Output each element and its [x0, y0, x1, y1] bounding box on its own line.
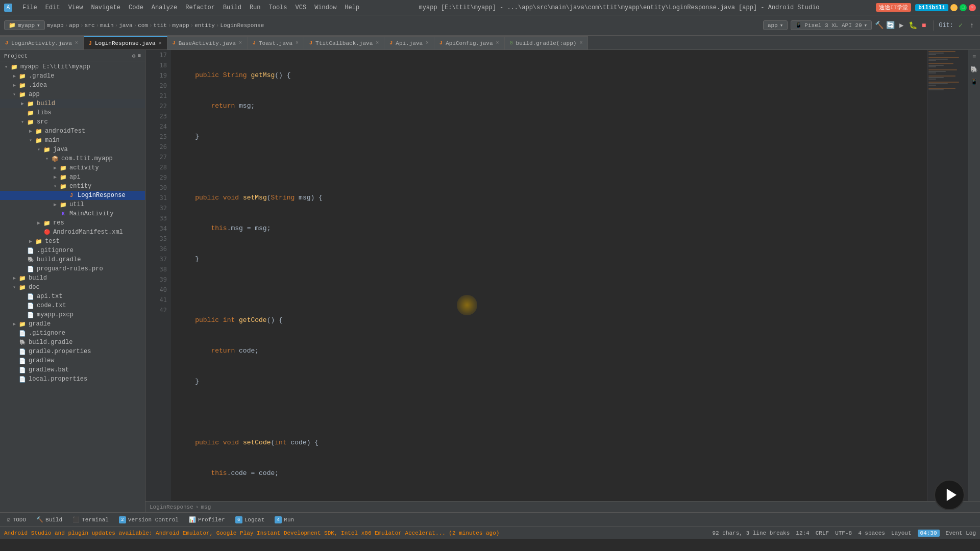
make-button[interactable]: 🔨 [875, 21, 883, 30]
tab-close-button[interactable]: × [426, 40, 429, 46]
menu-build[interactable]: Build [220, 3, 244, 12]
charset[interactable]: UTF-8 [835, 530, 852, 536]
tree-item-myapp[interactable]: ▾ 📁 myapp E:\ttit\myapp [0, 62, 145, 71]
tab-close-button[interactable]: × [239, 40, 242, 46]
code-content[interactable]: public String getMsg() { return msg; } p… [171, 50, 927, 501]
tab-run[interactable]: 4 Run [272, 515, 297, 524]
tree-item-activity[interactable]: ▶ 📁 activity [0, 163, 145, 172]
tab-close-button[interactable]: × [296, 40, 299, 46]
tree-item-gradle-properties[interactable]: 📄 gradle.properties [0, 347, 145, 356]
menu-analyze[interactable]: Analyze [149, 3, 180, 12]
tab-version-control[interactable]: 2 Version Control [116, 515, 182, 524]
tree-item-buildgradle-app[interactable]: 🐘 build.gradle [0, 255, 145, 264]
tab-toast[interactable]: J Toast.java × [248, 36, 304, 49]
line-ending[interactable]: CRLF [816, 530, 829, 536]
tab-baseactivity[interactable]: J BaseActivity.java × [167, 36, 248, 49]
tree-item-util[interactable]: ▶ 📁 util [0, 200, 145, 209]
tab-buildgradle[interactable]: G build.gradle(:app) × [505, 36, 589, 49]
breadcrumb-app[interactable]: app [69, 22, 79, 29]
menu-navigate[interactable]: Navigate [88, 3, 124, 12]
run-with-coverage[interactable]: ▶ [897, 21, 905, 30]
tree-item-build-app[interactable]: ▶ 📁 build [0, 99, 145, 108]
menu-run[interactable]: Run [247, 3, 264, 12]
menu-vcs[interactable]: VCS [292, 3, 310, 12]
tree-item-gitignore-app[interactable]: 📄 .gitignore [0, 246, 145, 255]
tab-close-button[interactable]: × [376, 40, 379, 46]
tree-item-idea[interactable]: ▶ 📁 .idea [0, 81, 145, 90]
tree-item-buildgradle-root[interactable]: 🐘 build.gradle [0, 338, 145, 347]
minimize-button[interactable]: – [950, 4, 958, 11]
tree-item-package[interactable]: ▾ 📦 com.ttit.myapp [0, 154, 145, 163]
tree-item-java[interactable]: ▾ 📁 java [0, 145, 145, 154]
tree-item-gradlew[interactable]: 📄 gradlew [0, 356, 145, 365]
tree-item-codetxt[interactable]: 📄 code.txt [0, 301, 145, 310]
tab-todo[interactable]: ☑ TODO [4, 515, 29, 524]
tree-item-gradle[interactable]: ▶ 📁 .gradle [0, 71, 145, 81]
menu-tools[interactable]: Tools [266, 3, 290, 12]
tree-item-myapppxcp[interactable]: 📄 myapp.pxcp [0, 310, 145, 319]
close-button[interactable]: × [969, 4, 976, 11]
stop-button[interactable]: ■ [920, 21, 928, 30]
tab-api[interactable]: J Api.java × [384, 36, 434, 49]
project-selector[interactable]: 📁 myapp ▾ [4, 20, 45, 30]
layout-label[interactable]: Layout [891, 530, 912, 536]
tree-item-src[interactable]: ▾ 📁 src [0, 117, 145, 127]
breadcrumb-src[interactable]: src [85, 22, 95, 29]
menu-help[interactable]: Help [341, 3, 362, 12]
tree-item-res[interactable]: ▶ 📁 res [0, 218, 145, 228]
tree-item-mainactivity[interactable]: K MainActivity [0, 209, 145, 218]
menu-file[interactable]: File [19, 3, 40, 12]
tree-item-androidmanifest[interactable]: 🔴 AndroidManifest.xml [0, 228, 145, 237]
tab-logcat[interactable]: 6 Logcat [232, 515, 268, 524]
breadcrumb-loginresponse[interactable]: LoginResponse [220, 22, 264, 29]
tab-close-button[interactable]: × [579, 40, 582, 46]
tab-loginactivity[interactable]: J LoginActivity.java × [0, 36, 84, 49]
indent[interactable]: 4 spaces [858, 530, 885, 536]
tree-item-doc[interactable]: ▾ 📁 doc [0, 283, 145, 292]
tree-item-entity[interactable]: ▾ 📁 entity [0, 182, 145, 191]
maximize-button[interactable]: □ [960, 4, 967, 11]
git-check-icon[interactable]: ✓ [957, 21, 965, 30]
video-overlay-button[interactable] [934, 480, 965, 510]
tab-profiler[interactable]: 📊 Profiler [186, 515, 228, 524]
tree-item-androidtest[interactable]: ▶ 📁 androidTest [0, 127, 145, 136]
tree-item-gradlewbat[interactable]: 📄 gradlew.bat [0, 365, 145, 374]
event-log-label[interactable]: Event Log [946, 530, 976, 536]
git-update-icon[interactable]: ↑ [968, 21, 976, 30]
tab-terminal[interactable]: ⬛ Terminal [69, 515, 112, 524]
tree-item-build-root[interactable]: ▶ 📁 build [0, 273, 145, 283]
cursor-position[interactable]: 12:4 [796, 530, 809, 536]
sync-button[interactable]: 🔄 [886, 21, 894, 30]
settings-icon[interactable]: ≡ [137, 53, 141, 59]
device-file-explorer-icon[interactable]: 📱 [969, 77, 979, 87]
tab-close-button[interactable]: × [159, 41, 162, 46]
tree-item-test[interactable]: ▶ 📁 test [0, 237, 145, 246]
tree-item-loginresponse[interactable]: J LoginResponse [0, 191, 145, 200]
menu-edit[interactable]: Edit [42, 3, 63, 12]
tab-close-button[interactable]: × [75, 40, 78, 46]
breadcrumb-entity[interactable]: entity [194, 22, 215, 29]
menu-code[interactable]: Code [126, 3, 146, 12]
tree-item-localprops[interactable]: 📄 local.properties [0, 374, 145, 384]
breadcrumb-loginresponse[interactable]: LoginResponse [150, 504, 193, 510]
debug-button[interactable]: 🐛 [909, 21, 917, 30]
gear-icon[interactable]: ⚙ [132, 53, 136, 59]
tab-close-button[interactable]: × [496, 40, 499, 46]
tree-item-api[interactable]: ▶ 📁 api [0, 172, 145, 182]
menu-refactor[interactable]: Refactor [182, 3, 218, 12]
menu-view[interactable]: View [65, 3, 86, 12]
tree-item-proguard[interactable]: 📄 proguard-rules.pro [0, 264, 145, 273]
breadcrumb-main[interactable]: main [100, 22, 113, 29]
structure-icon[interactable]: ≡ [969, 52, 979, 62]
breadcrumb-myapp2[interactable]: myapp [173, 22, 189, 29]
tree-item-app[interactable]: ▾ 📁 app [0, 90, 145, 99]
device-selector[interactable]: 📱 Pixel 3 XL API 29 ▾ [791, 20, 872, 30]
tree-item-main[interactable]: ▾ 📁 main [0, 136, 145, 145]
breadcrumb-com[interactable]: com [138, 22, 148, 29]
app-module-selector[interactable]: app ▾ [763, 20, 788, 30]
tab-ttitcallback[interactable]: J TtitCallback.java × [304, 36, 384, 49]
code-editor[interactable]: 17 18 19 20 21 22 23 24 25 26 27 28 29 3… [145, 50, 980, 501]
breadcrumb-msg[interactable]: msg [201, 504, 211, 510]
tree-item-gitignore-root[interactable]: 📄 .gitignore [0, 329, 145, 338]
tree-item-gradle-root[interactable]: ▶ 📁 gradle [0, 319, 145, 329]
